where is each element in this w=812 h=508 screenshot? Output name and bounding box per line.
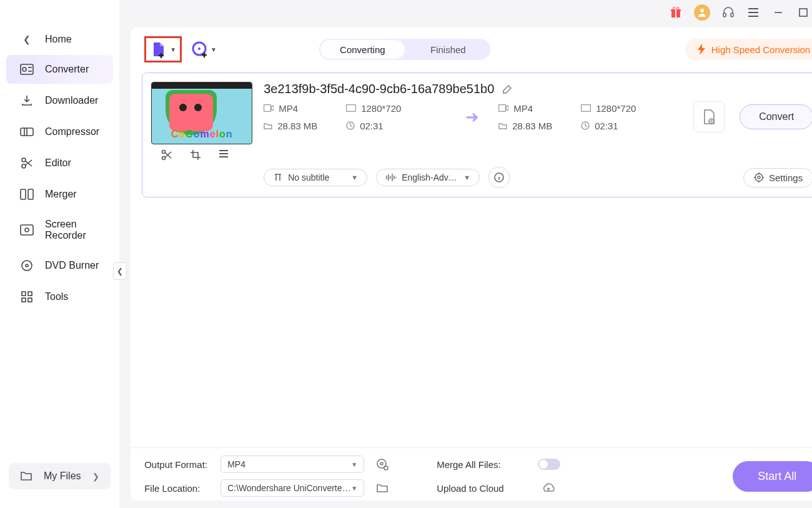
scissors-icon [20, 156, 34, 170]
svg-rect-21 [723, 13, 726, 17]
open-folder-icon[interactable] [372, 483, 393, 493]
sidebar-item-screen-recorder[interactable]: Screen Recorder [6, 211, 113, 249]
dst-duration: 02:31 [581, 121, 681, 131]
svg-point-10 [26, 264, 28, 267]
svg-point-25 [198, 47, 201, 50]
sidebar-collapse-handle[interactable]: ❮ [113, 262, 127, 280]
sidebar-item-downloader[interactable]: Downloader [6, 86, 113, 115]
info-button[interactable] [488, 167, 510, 188]
svg-rect-17 [675, 9, 676, 17]
output-preset-button[interactable] [693, 101, 725, 132]
more-tool-icon[interactable] [219, 149, 229, 161]
chevron-down-icon: ▼ [351, 461, 357, 468]
my-files-button[interactable]: My Files ❯ [9, 463, 111, 489]
sidebar-item-label: Editor [45, 157, 71, 169]
tab-converting[interactable]: Converting [320, 40, 405, 59]
bottom-bar: Output Format: MP4 ▼ Merge All Files: Fi… [131, 447, 812, 501]
arrow-right-icon: ➜ [453, 107, 491, 127]
content-card: ▼ ▼ Converting Finished High Speed Conve… [131, 27, 812, 501]
grid-icon [20, 290, 34, 304]
svg-point-8 [25, 228, 29, 232]
waveform-icon [385, 173, 397, 182]
svg-point-19 [676, 7, 679, 10]
audio-value: English-Advanc... [402, 172, 458, 182]
svg-rect-11 [22, 292, 26, 296]
subtitle-value: No subtitle [288, 172, 329, 182]
svg-point-36 [755, 174, 763, 181]
sidebar-item-label: Screen Recorder [45, 219, 99, 241]
content-top-bar: ▼ ▼ Converting Finished High Speed Conve… [131, 27, 812, 72]
chevron-right-icon: ❯ [92, 472, 99, 481]
sidebar-item-dvd-burner[interactable]: DVD Burner [6, 251, 113, 280]
chevron-down-icon: ▼ [351, 174, 358, 181]
compress-icon [20, 125, 34, 139]
svg-rect-7 [21, 225, 33, 235]
svg-point-39 [380, 462, 383, 465]
sidebar-item-tools[interactable]: Tools [6, 282, 113, 311]
svg-rect-31 [582, 105, 591, 112]
svg-rect-30 [499, 105, 506, 112]
lightning-icon [696, 44, 706, 55]
sidebar-item-converter[interactable]: Converter [6, 55, 113, 84]
add-file-button[interactable]: ▼ [150, 41, 176, 58]
crop-tool-icon[interactable] [190, 149, 201, 161]
download-icon [20, 94, 34, 107]
start-all-button[interactable]: Start All [733, 461, 812, 492]
conversion-task-card: CoComelon 3e213f9b-3f5d-4c90-9cb6-16a789… [142, 72, 812, 197]
svg-point-9 [22, 261, 32, 271]
add-dvd-button[interactable]: ▼ [192, 41, 217, 57]
merge-toggle[interactable] [538, 459, 560, 470]
sidebar-item-label: Downloader [45, 95, 98, 106]
output-format-label: Output Format: [144, 459, 213, 470]
high-speed-conversion-button[interactable]: High Speed Conversion [685, 39, 812, 60]
src-format: MP4 [264, 103, 339, 114]
svg-rect-6 [28, 189, 33, 199]
gear-target-icon [754, 172, 764, 182]
edit-name-icon[interactable] [502, 84, 513, 95]
settings-label: Settings [769, 172, 803, 183]
window-controls [119, 0, 812, 25]
chevron-down-icon: ▼ [463, 174, 470, 181]
upload-label: Upload to Cloud [437, 483, 530, 494]
maximize-icon[interactable] [796, 6, 810, 19]
sidebar-item-home[interactable]: ❮ Home [6, 26, 113, 52]
avatar[interactable] [694, 4, 710, 21]
sidebar-item-label: Merger [45, 189, 77, 200]
sidebar-item-label: DVD Burner [45, 260, 99, 271]
svg-rect-22 [731, 13, 733, 17]
output-format-settings-icon[interactable] [372, 458, 393, 471]
add-file-highlight: ▼ [144, 36, 182, 62]
sidebar-item-label: Converter [45, 64, 89, 75]
audio-track-dropdown[interactable]: English-Advanc... ▼ [376, 169, 480, 186]
file-location-select[interactable]: C:\Wondershare UniConverter 1 ▼ [220, 479, 364, 497]
chevron-left-icon: ❮ [20, 34, 34, 44]
chevron-down-icon: ▼ [351, 485, 357, 492]
tab-finished[interactable]: Finished [406, 39, 490, 60]
svg-point-18 [673, 7, 675, 10]
sidebar-item-editor[interactable]: Editor [6, 149, 113, 177]
svg-point-20 [700, 9, 704, 12]
output-format-select[interactable]: MP4 ▼ [220, 456, 364, 473]
sidebar-item-compressor[interactable]: Compressor [6, 117, 113, 146]
hsc-label: High Speed Conversion [711, 44, 810, 55]
video-thumbnail[interactable]: CoComelon [151, 82, 252, 144]
sidebar-item-merger[interactable]: Merger [6, 180, 113, 209]
svg-rect-29 [347, 105, 356, 112]
sidebar: ❮ Home Converter Downloader Compressor E… [0, 0, 119, 508]
task-settings-button[interactable]: Settings [743, 168, 812, 187]
convert-button[interactable]: Convert [740, 104, 812, 129]
subtitle-dropdown[interactable]: No subtitle ▼ [264, 169, 367, 186]
svg-rect-5 [21, 189, 26, 199]
chevron-down-icon: ▼ [170, 46, 176, 53]
task-filename: 3e213f9b-3f5d-4c90-9cb6-16a789be51b0 [264, 82, 494, 96]
dst-resolution: 1280*720 [581, 103, 681, 114]
minimize-icon[interactable] [771, 6, 785, 19]
cloud-upload-icon[interactable] [538, 483, 559, 493]
menu-icon[interactable] [746, 6, 760, 19]
trim-tool-icon[interactable] [161, 149, 172, 161]
gift-icon[interactable] [669, 6, 683, 19]
support-icon[interactable] [721, 6, 735, 19]
src-resolution: 1280*720 [346, 103, 446, 114]
main-pane: ▼ ▼ Converting Finished High Speed Conve… [119, 0, 812, 508]
record-icon [20, 223, 34, 237]
